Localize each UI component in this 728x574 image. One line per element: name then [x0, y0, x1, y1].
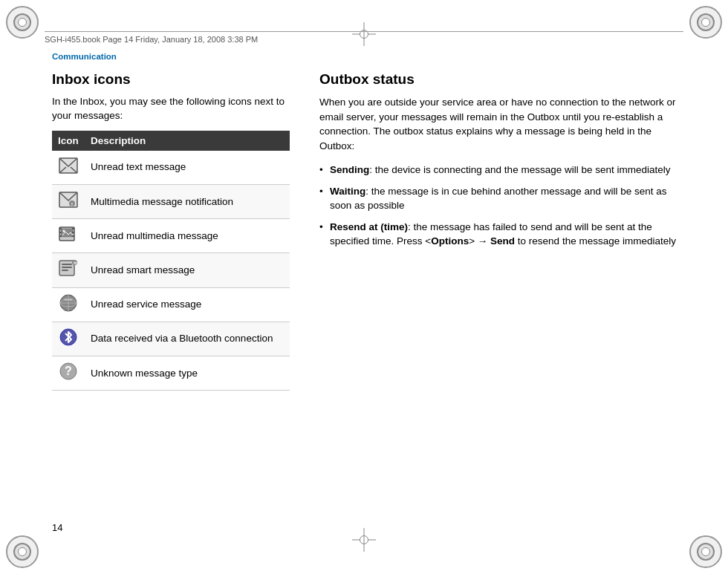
table-row: ! Multimedia message notification	[52, 185, 290, 219]
svg-rect-16	[62, 264, 72, 265]
svg-rect-10	[59, 235, 62, 237]
col-header-icon: Icon	[52, 131, 85, 151]
svg-rect-8	[59, 228, 62, 229]
right-column: Outbox status When you are outside your …	[319, 71, 676, 391]
header-line: SGH-i455.book Page 14 Friday, January 18…	[45, 31, 683, 44]
options-keyword: Options	[431, 235, 469, 247]
desc-cell-unknown-msg: Unknown message type	[85, 356, 290, 391]
bullet-sending: Sending: the device is connecting and th…	[319, 163, 676, 177]
table-row: Unread multimedia message	[52, 219, 290, 253]
table-row: ✉ Unread smart message	[52, 253, 290, 287]
unread-smart-icon: ✉	[59, 258, 78, 278]
icon-cell-service-msg: www	[52, 287, 85, 322]
bullet-term-resend: Resend at (time)	[330, 221, 408, 232]
bullet-term-sending: Sending	[330, 164, 369, 175]
unread-mms-icon	[59, 224, 78, 244]
icon-cell-mms-notify: !	[52, 185, 85, 219]
table-header-row: Icon Description	[52, 131, 290, 151]
send-keyword: Send	[490, 235, 515, 247]
svg-rect-18	[62, 270, 68, 271]
bullet-text-sending: : the device is connecting and the messa…	[369, 164, 670, 175]
icon-cell-mms-unread	[52, 219, 85, 253]
svg-rect-11	[72, 228, 74, 229]
two-columns: Inbox icons In the Inbox, you may see th…	[52, 71, 676, 391]
svg-rect-13	[72, 235, 74, 237]
icon-cell-unknown-msg: ?	[52, 356, 85, 391]
table-row: www Unread service message	[52, 287, 290, 322]
table-row: Unread text message	[52, 151, 290, 185]
header-text: SGH-i455.book Page 14 Friday, January 18…	[45, 35, 258, 44]
icon-cell-text-msg	[52, 151, 85, 185]
inbox-icons-heading: Inbox icons	[52, 71, 290, 88]
main-content: Communication Inbox icons In the Inbox, …	[52, 52, 676, 522]
compass-top-right	[689, 6, 722, 39]
desc-cell-mms-unread: Unread multimedia message	[85, 219, 290, 253]
mms-notify-icon: !	[59, 190, 78, 209]
svg-text:?: ?	[65, 365, 72, 377]
inbox-icons-table: Icon Description	[52, 131, 290, 391]
table-row: ? Unknown message type	[52, 356, 290, 391]
icon-cell-bluetooth	[52, 322, 85, 356]
outbox-intro-text: When you are outside your service area o…	[319, 95, 676, 153]
desc-cell-smart-msg: Unread smart message	[85, 253, 290, 287]
table-row: Data received via a Bluetooth connection	[52, 322, 290, 356]
col-header-desc: Description	[85, 131, 290, 151]
inbox-icons-intro: In the Inbox, you may see the following …	[52, 95, 290, 123]
bullet-term-waiting: Waiting	[330, 186, 365, 197]
unknown-msg-icon: ?	[59, 362, 78, 381]
svg-text:!: !	[71, 202, 73, 207]
outbox-bullet-list: Sending: the device is connecting and th…	[319, 163, 676, 248]
svg-rect-12	[72, 232, 74, 233]
crosshair-bottom	[352, 528, 376, 552]
bullet-resend: Resend at (time): the message has failed…	[319, 221, 676, 249]
section-label: Communication	[52, 52, 676, 61]
svg-rect-9	[59, 232, 62, 233]
desc-cell-bluetooth: Data received via a Bluetooth connection	[85, 322, 290, 356]
unread-text-icon	[59, 156, 78, 175]
desc-cell-mms-notify: Multimedia message notification	[85, 185, 290, 219]
desc-cell-text-msg: Unread text message	[85, 151, 290, 185]
left-column: Inbox icons In the Inbox, you may see th…	[52, 71, 290, 391]
bullet-text-waiting: : the message is in cue behind another m…	[330, 186, 667, 211]
outbox-status-heading: Outbox status	[319, 71, 676, 88]
svg-point-14	[63, 230, 65, 232]
bluetooth-icon	[59, 327, 78, 347]
bullet-waiting: Waiting: the message is in cue behind an…	[319, 185, 676, 213]
desc-cell-service-msg: Unread service message	[85, 287, 290, 322]
icon-cell-smart-msg: ✉	[52, 253, 85, 287]
compass-bottom-left	[6, 535, 39, 568]
compass-bottom-right	[689, 535, 722, 568]
svg-rect-17	[62, 267, 72, 268]
page-number: 14	[52, 522, 62, 533]
unread-service-icon: www	[59, 293, 78, 313]
compass-top-left	[6, 6, 39, 39]
